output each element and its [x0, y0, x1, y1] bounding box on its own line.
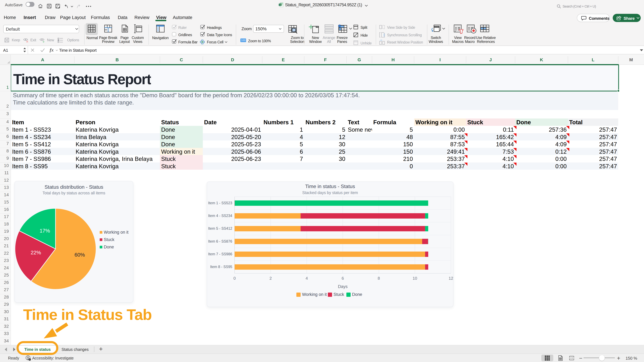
svg-text:x: x: [280, 3, 281, 6]
svg-text:!: !: [30, 359, 30, 361]
svg-text:Item 8 - SS95: Item 8 - SS95: [210, 265, 232, 269]
svg-text:22%: 22%: [31, 250, 41, 256]
svg-text:Item 6 - SS876: Item 6 - SS876: [208, 239, 232, 243]
svg-text:Item 4 - SS234: Item 4 - SS234: [208, 214, 232, 218]
svg-text:Item 7 - SS986: Item 7 - SS986: [208, 252, 232, 256]
svg-text:10: 10: [412, 276, 417, 281]
svg-text:Stuck: Stuck: [104, 237, 114, 242]
svg-text:17%: 17%: [40, 228, 50, 234]
svg-text:Working on it: Working on it: [104, 230, 128, 235]
svg-text:60%: 60%: [74, 252, 85, 258]
svg-text:8: 8: [378, 276, 380, 281]
svg-text:0: 0: [234, 276, 236, 281]
svg-text:Days: Days: [338, 284, 348, 289]
svg-text:Working on it: Working on it: [302, 292, 327, 297]
svg-text:Item 1 - SS523: Item 1 - SS523: [208, 201, 232, 205]
svg-text:Done: Done: [352, 292, 362, 297]
svg-text:Done: Done: [104, 245, 114, 249]
svg-text:4: 4: [306, 276, 308, 281]
svg-text:2: 2: [270, 276, 272, 281]
svg-text:Item 5 - SS412: Item 5 - SS412: [208, 226, 232, 231]
svg-text:12: 12: [449, 276, 453, 281]
svg-text:Stuck: Stuck: [334, 292, 344, 297]
svg-text:6: 6: [342, 276, 344, 281]
